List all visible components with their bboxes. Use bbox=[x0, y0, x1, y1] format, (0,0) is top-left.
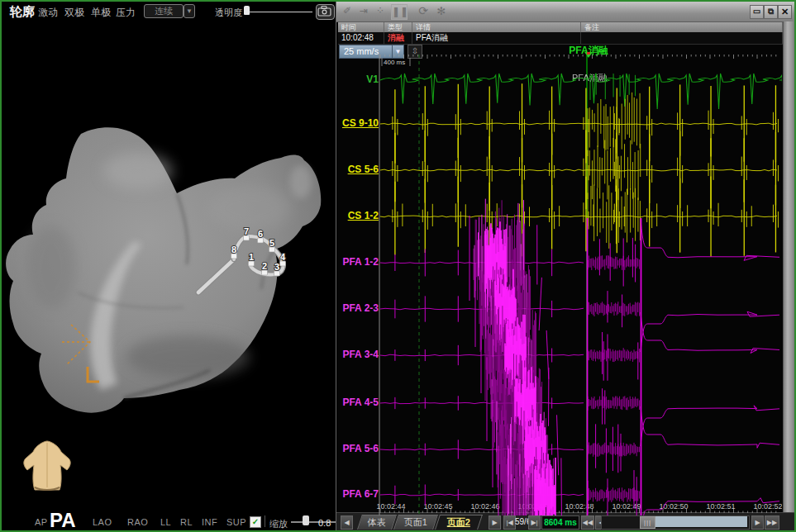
sweep-speed-caret-icon[interactable]: ▼ bbox=[392, 45, 404, 59]
event-detail-cell: PFA消融 bbox=[412, 32, 581, 44]
freeze-icon[interactable]: ✻ bbox=[434, 4, 449, 18]
egm-window: ✐ ⇥ ⁘ ❚❚ ⟳ ✻ ▭ ⧉ ✕ 时间 类型 详情 备注 10:02:48 … bbox=[336, 2, 795, 530]
electrode-2[interactable]: 2 bbox=[262, 261, 268, 275]
zoom-value: 0.8 bbox=[318, 518, 331, 528]
svg-text:8: 8 bbox=[231, 245, 236, 254]
zoom-checkbox[interactable]: ✓ bbox=[250, 516, 261, 528]
tab-page2[interactable]: 页面2 bbox=[435, 515, 483, 530]
channel-label-pfa-1-2[interactable]: PFA 1-2 bbox=[337, 256, 379, 268]
tab-bipolar[interactable]: 双极 bbox=[64, 6, 84, 20]
map-toolbar: 轮廓 激动 双极 单极 压力 连续 ▼ 透明度 bbox=[2, 2, 336, 21]
electrode-8[interactable]: 8 bbox=[231, 245, 237, 259]
svg-text:2: 2 bbox=[262, 261, 267, 271]
svg-text:5: 5 bbox=[269, 238, 274, 248]
transparency-slider-thumb[interactable] bbox=[244, 6, 250, 15]
electrode-6[interactable]: 6 bbox=[258, 229, 264, 243]
time-scrollbar-loaded bbox=[655, 516, 747, 527]
channel-label-cs-1-2[interactable]: CS 1-2 bbox=[337, 210, 379, 221]
view-button-pa[interactable]: PA bbox=[50, 509, 76, 532]
transparency-label: 透明度 bbox=[215, 7, 242, 19]
refresh-icon[interactable]: ⟳ bbox=[416, 4, 431, 18]
sweep-speed-select[interactable]: 25 mm/s bbox=[339, 45, 396, 59]
svg-text:6: 6 bbox=[258, 229, 263, 239]
time-scrollbar[interactable]: ||| bbox=[601, 515, 750, 530]
divider bbox=[265, 515, 265, 527]
column-header-detail[interactable]: 详情 bbox=[412, 22, 581, 32]
annotate-icon[interactable]: ✐ bbox=[340, 4, 355, 18]
electrode-5[interactable]: 5 bbox=[269, 238, 275, 252]
channel-label-pfa-3-4[interactable]: PFA 3-4 bbox=[337, 349, 379, 360]
view-button-sup[interactable]: SUP bbox=[226, 517, 246, 527]
map-3d-panel: 轮廓 激动 双极 单极 压力 连续 ▼ 透明度 bbox=[2, 2, 336, 530]
window-restore-button[interactable]: ▭ bbox=[750, 5, 764, 19]
electrode-3[interactable]: 3 bbox=[274, 262, 280, 276]
duration-value: 8604 ms bbox=[541, 515, 579, 530]
channel-label-pfa-4-5[interactable]: PFA 4-5 bbox=[337, 397, 379, 408]
camera-icon bbox=[317, 5, 332, 17]
amplitude-scale-icon[interactable]: ⇳ bbox=[408, 45, 422, 59]
tab-body-surface[interactable]: 体表 bbox=[357, 515, 397, 530]
svg-text:3: 3 bbox=[274, 262, 279, 272]
patient-orientation-icon[interactable] bbox=[24, 441, 70, 490]
egm-titlebar[interactable]: ✐ ⇥ ⁘ ❚❚ ⟳ ✻ ▭ ⧉ ✕ bbox=[336, 2, 795, 22]
tab-page1[interactable]: 页面1 bbox=[393, 515, 438, 530]
ablation-event-marker-core bbox=[587, 52, 590, 55]
window-close-button[interactable]: ✕ bbox=[778, 5, 792, 19]
column-header-type[interactable]: 类型 bbox=[384, 22, 412, 32]
continuous-caret-icon[interactable]: ▼ bbox=[184, 4, 195, 18]
tab-contour[interactable]: 轮廓 bbox=[10, 4, 35, 20]
ep-mapping-app: 轮廓 激动 双极 单极 压力 连续 ▼ 透明度 bbox=[0, 0, 796, 532]
channel-label-cs-5-6[interactable]: CS 5-6 bbox=[337, 164, 379, 175]
channel-label-pfa-6-7[interactable]: PFA 6-7 bbox=[337, 488, 379, 500]
first-page-icon[interactable]: |◀ bbox=[503, 515, 516, 530]
zoom-label: 缩放 bbox=[269, 518, 288, 530]
channel-label-cs-9-10[interactable]: CS 9-10 bbox=[337, 117, 379, 129]
column-header-time[interactable]: 时间 bbox=[338, 22, 384, 32]
view-button-rao[interactable]: RAO bbox=[127, 517, 148, 527]
transparency-slider-track[interactable] bbox=[246, 12, 312, 12]
tab-activation[interactable]: 激动 bbox=[38, 6, 58, 20]
time-scrollbar-thumb[interactable]: ||| bbox=[640, 516, 655, 529]
caliper-icon[interactable]: ⁘ bbox=[373, 4, 388, 18]
step-forward-icon[interactable]: ▶ bbox=[751, 515, 764, 530]
egm-window-frame[interactable] bbox=[783, 21, 795, 515]
export-icon[interactable]: ⇥ bbox=[356, 4, 371, 18]
channel-label-pfa-5-6[interactable]: PFA 5-6 bbox=[337, 443, 379, 454]
view-orientation-bar: APPALAORAOLLRLINFSUP✓缩放0.8 bbox=[2, 511, 336, 530]
heart-3d-model[interactable]: L 12345678 bbox=[2, 20, 336, 507]
zoom-slider-thumb[interactable] bbox=[303, 515, 309, 525]
fast-rewind-icon[interactable]: ◀◀ bbox=[581, 515, 594, 530]
event-table-header: 时间 类型 详情 备注 bbox=[338, 22, 783, 32]
event-note-cell bbox=[581, 32, 783, 44]
pause-icon[interactable]: ❚❚ bbox=[391, 4, 408, 20]
channel-label-v1[interactable]: V1 bbox=[337, 74, 379, 85]
event-table-row[interactable]: 10:02:48 消融 PFA消融 bbox=[338, 32, 783, 45]
tab-pressure[interactable]: 压力 bbox=[116, 6, 136, 20]
tab-scroll-left-icon[interactable]: ◀ bbox=[341, 515, 353, 530]
tab-unipolar[interactable]: 单极 bbox=[91, 6, 111, 20]
tab-scroll-right-icon[interactable]: ▶ bbox=[489, 515, 501, 530]
view-button-inf[interactable]: INF bbox=[202, 517, 217, 527]
event-type-cell: 消融 bbox=[384, 32, 412, 44]
electrode-1[interactable]: 1 bbox=[249, 252, 255, 266]
svg-text:1: 1 bbox=[249, 252, 254, 262]
electrode-7[interactable]: 7 bbox=[244, 226, 250, 240]
egm-bottom-bar: ◀ 体表 页面1 页面2 ▶ |◀ 59/63 ▶| 8604 ms ◀◀ ◀ … bbox=[336, 512, 795, 531]
fast-forward-icon[interactable]: ▶▶ bbox=[765, 515, 779, 530]
camera-button[interactable] bbox=[316, 4, 335, 20]
event-table: 时间 类型 详情 备注 10:02:48 消融 PFA消融 bbox=[338, 22, 783, 45]
column-header-note[interactable]: 备注 bbox=[581, 22, 783, 32]
window-layout-button[interactable]: ⧉ bbox=[764, 5, 778, 19]
view-button-rl[interactable]: RL bbox=[180, 517, 193, 527]
continuous-button[interactable]: 连续 bbox=[144, 4, 184, 18]
view-button-lao[interactable]: LAO bbox=[93, 517, 112, 527]
view-button-ap[interactable]: AP bbox=[35, 517, 48, 527]
view-button-ll[interactable]: LL bbox=[160, 517, 171, 527]
channel-label-pfa-2-3[interactable]: PFA 2-3 bbox=[337, 302, 379, 314]
electrode-4[interactable]: 4 bbox=[280, 252, 286, 266]
svg-text:7: 7 bbox=[244, 226, 249, 236]
svg-text:4: 4 bbox=[280, 252, 286, 262]
last-page-icon[interactable]: ▶| bbox=[528, 515, 541, 530]
event-time-cell: 10:02:48 bbox=[338, 32, 384, 44]
